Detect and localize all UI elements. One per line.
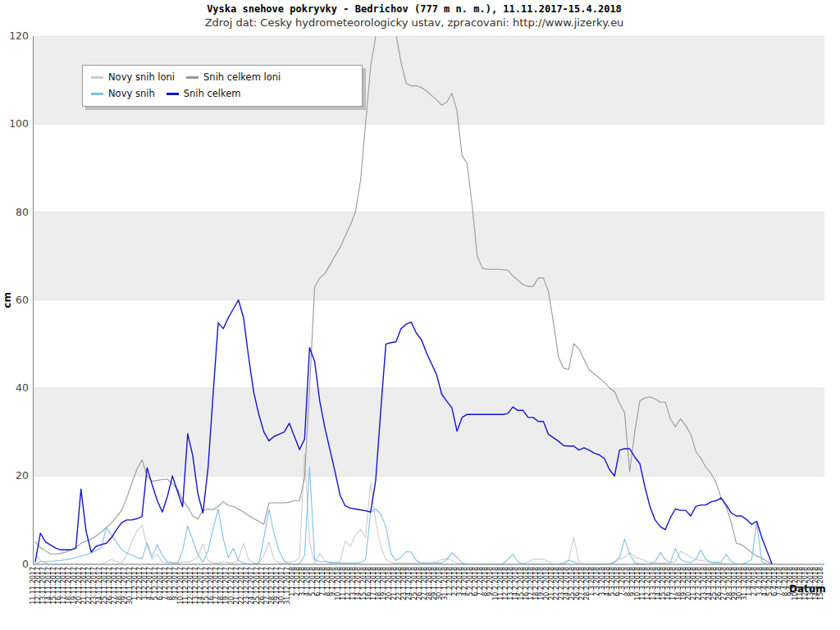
- plot-area: [33, 36, 825, 566]
- chart-subtitle: Zdroj dat: Cesky hydrometeorologicky ust…: [0, 16, 829, 29]
- legend-swatch: [91, 76, 103, 79]
- legend-item-label: Novy snih: [108, 88, 155, 99]
- legend-item-label: Snih celkem loni: [203, 71, 281, 83]
- legend-item-label: Snih celkem: [184, 88, 241, 99]
- legend-swatch: [186, 76, 199, 79]
- y-tick-label: 60: [0, 294, 29, 307]
- legend-item: Snih celkem loni: [186, 70, 281, 84]
- plot-band: [33, 212, 824, 300]
- y-tick-label: 0: [0, 558, 29, 571]
- legend-item: Snih celkem: [167, 86, 241, 101]
- chart-title: Vyska snehove pokryvky - Bedrichov (777 …: [0, 3, 829, 15]
- y-tick-label: 80: [0, 206, 29, 219]
- legend-swatch: [91, 93, 103, 95]
- legend-item-label: Novy snih loni: [108, 71, 175, 83]
- legend-item: Novy snih: [91, 86, 155, 101]
- plot-band: [33, 388, 824, 476]
- legend-swatch: [167, 93, 179, 95]
- legend: Novy snih loniSnih celkem loniNovy snihS…: [82, 65, 363, 107]
- y-tick-label: 40: [0, 381, 29, 395]
- snow-chart-page: Vyska snehove pokryvky - Bedrichov (777 …: [0, 0, 840, 630]
- x-axis-label: Datum: [789, 583, 826, 595]
- y-tick-label: 100: [0, 117, 29, 130]
- legend-item: Novy snih loni: [91, 70, 175, 84]
- y-tick-label: 120: [0, 30, 29, 43]
- y-tick-label: 20: [0, 469, 29, 482]
